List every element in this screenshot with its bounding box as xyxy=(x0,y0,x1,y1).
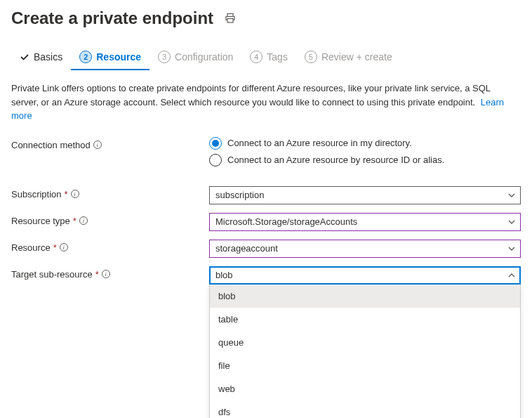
svg-rect-0 xyxy=(227,14,233,17)
dropdown-item[interactable]: web xyxy=(210,377,520,400)
radio-connect-resource-id[interactable]: Connect to an Azure resource by resource… xyxy=(209,154,521,166)
info-icon[interactable]: i xyxy=(79,216,88,225)
tab-number: 2 xyxy=(79,51,92,63)
svg-rect-1 xyxy=(227,19,233,23)
dropdown-item[interactable]: queue xyxy=(210,331,520,354)
checkmark-icon xyxy=(20,52,29,62)
tab-number: 3 xyxy=(158,51,171,63)
info-icon[interactable]: i xyxy=(93,141,102,149)
chevron-down-icon xyxy=(507,244,516,253)
tab-configuration[interactable]: 3 Configuration xyxy=(149,45,241,70)
tab-tags[interactable]: 4 Tags xyxy=(241,45,296,70)
select-value: Microsoft.Storage/storageAccounts xyxy=(215,216,357,227)
tab-basics[interactable]: Basics xyxy=(11,45,71,70)
page-title: Create a private endpoint xyxy=(11,8,213,28)
resource-type-label: Resource type xyxy=(11,216,70,226)
required-asterisk: * xyxy=(73,216,77,226)
tab-review[interactable]: 5 Review + create xyxy=(296,45,401,70)
info-icon[interactable]: i xyxy=(71,190,79,198)
required-asterisk: * xyxy=(95,269,99,280)
dropdown-item[interactable]: blob xyxy=(210,285,520,308)
print-icon[interactable] xyxy=(225,13,236,24)
subscription-label: Subscription xyxy=(11,189,62,200)
info-icon[interactable]: i xyxy=(60,243,68,252)
tab-label: Configuration xyxy=(175,51,233,63)
dropdown-item[interactable]: dfs xyxy=(210,400,520,419)
required-asterisk: * xyxy=(53,242,57,253)
wizard-tabs: Basics 2 Resource 3 Configuration 4 Tags… xyxy=(11,45,521,70)
target-sub-resource-select[interactable]: blob xyxy=(209,266,521,285)
radio-icon xyxy=(209,154,222,166)
select-value: blob xyxy=(215,270,233,280)
target-sub-resource-label: Target sub-resource xyxy=(11,269,93,280)
required-asterisk: * xyxy=(65,189,68,200)
info-icon[interactable]: i xyxy=(102,270,110,278)
resource-label: Resource xyxy=(11,242,51,253)
select-value: subscription xyxy=(215,190,264,200)
subscription-select[interactable]: subscription xyxy=(209,186,521,204)
tab-label: Basics xyxy=(34,51,62,63)
target-sub-resource-dropdown: blobtablequeuefilewebdfs xyxy=(209,285,521,419)
connection-method-label: Connection method xyxy=(11,140,91,150)
chevron-down-icon xyxy=(507,218,516,226)
resource-type-select[interactable]: Microsoft.Storage/storageAccounts xyxy=(209,213,521,231)
tab-label: Review + create xyxy=(321,51,392,63)
radio-connect-directory[interactable]: Connect to an Azure resource in my direc… xyxy=(209,137,521,150)
resource-select[interactable]: storageaccount xyxy=(209,240,521,258)
select-value: storageaccount xyxy=(215,243,278,254)
tab-label: Tags xyxy=(267,51,288,63)
connection-method-radio-group: Connect to an Azure resource in my direc… xyxy=(209,137,521,166)
chevron-down-icon xyxy=(507,191,516,200)
tab-number: 5 xyxy=(305,51,317,63)
tab-description: Private Link offers options to create pr… xyxy=(11,81,517,123)
radio-icon xyxy=(209,137,222,150)
radio-label: Connect to an Azure resource by resource… xyxy=(227,155,444,165)
radio-label: Connect to an Azure resource in my direc… xyxy=(227,138,412,148)
tab-resource[interactable]: 2 Resource xyxy=(71,45,149,70)
chevron-down-icon xyxy=(507,271,516,280)
dropdown-item[interactable]: table xyxy=(210,308,520,331)
tab-label: Resource xyxy=(96,51,141,63)
tab-number: 4 xyxy=(250,51,262,63)
dropdown-item[interactable]: file xyxy=(210,354,520,377)
